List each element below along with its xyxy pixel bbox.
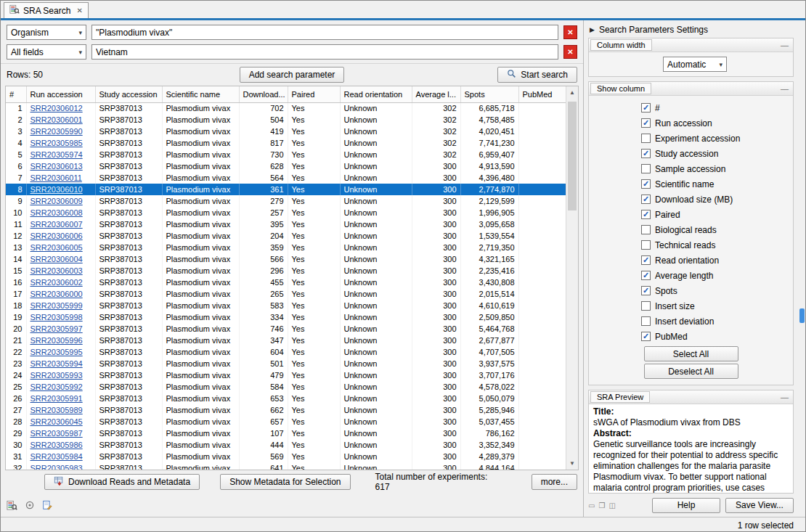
scrollbar-thumb[interactable] — [568, 102, 577, 210]
show-column-option-average-length[interactable]: ✓Average length — [589, 268, 793, 283]
run-accession-link[interactable]: SRR20305994 — [30, 359, 83, 368]
run-accession-link[interactable]: SRR20305989 — [30, 406, 83, 414]
show-column-option-paired[interactable]: ✓Paired — [589, 207, 793, 222]
run-accession-link[interactable]: SRR20305998 — [30, 313, 83, 322]
show-column-option-insert-size[interactable]: Insert size — [589, 298, 793, 314]
run-accession-link[interactable]: SRR20305987 — [30, 429, 83, 438]
column-header-pubmed[interactable]: PubMed — [518, 86, 566, 102]
run-accession-link[interactable]: SRR20306005 — [30, 243, 83, 252]
dock-side-icon[interactable]: ◫ — [608, 502, 615, 510]
show-column-option-number[interactable]: ✓# — [589, 100, 793, 115]
edit-notes-icon[interactable] — [41, 499, 53, 512]
unchecked-checkbox[interactable] — [641, 164, 651, 173]
more-button[interactable]: more... — [532, 474, 577, 490]
dock-float-icon[interactable]: ❐ — [598, 502, 605, 510]
run-accession-link[interactable]: SRR20305991 — [30, 394, 83, 403]
run-accession-link[interactable]: SRR20305983 — [30, 464, 83, 470]
tab-sra-search[interactable]: SRA Search ✕ — [4, 2, 89, 18]
column-header-study-accession[interactable]: Study accession — [95, 86, 162, 102]
checked-checkbox[interactable]: ✓ — [641, 149, 651, 158]
show-metadata-button[interactable]: Show Metadata for Selection — [220, 474, 350, 490]
scroll-up-icon[interactable]: ▲ — [566, 86, 578, 99]
table-view-icon[interactable] — [23, 499, 36, 512]
show-column-option-sample-accession[interactable]: Sample accession — [589, 161, 793, 176]
checked-checkbox[interactable]: ✓ — [641, 255, 651, 265]
run-accession-link[interactable]: SRR20305985 — [30, 139, 83, 147]
show-column-option-spots[interactable]: ✓Spots — [589, 283, 793, 298]
show-column-option-insert-deviation[interactable]: Insert deviation — [589, 314, 793, 329]
show-column-section-header[interactable]: Show column — — [589, 82, 793, 96]
table-row[interactable]: 16SRR20306002SRP387013Plasmodium vivax45… — [6, 277, 566, 288]
table-row[interactable]: 28SRR20306045SRP387013Plasmodium vivax65… — [6, 416, 566, 427]
table-row[interactable]: 18SRR20305999SRP387013Plasmodium vivax58… — [6, 300, 566, 311]
run-accession-link[interactable]: SRR20305974 — [30, 150, 83, 159]
run-accession-link[interactable]: SRR20306007 — [30, 220, 83, 229]
table-row[interactable]: 10SRR20306008SRP387013Plasmodium vivax25… — [6, 207, 566, 218]
table-row[interactable]: 4SRR20305985SRP387013Plasmodium vivax817… — [6, 137, 566, 149]
column-header-download[interactable]: Download... — [239, 86, 288, 102]
checked-checkbox[interactable]: ✓ — [641, 103, 651, 112]
table-row[interactable]: 5SRR20305974SRP387013Plasmodium vivax730… — [6, 149, 566, 160]
run-accession-link[interactable]: SRR20306003 — [30, 266, 83, 275]
table-row[interactable]: 29SRR20305987SRP387013Plasmodium vivax10… — [6, 427, 566, 439]
column-header-number[interactable]: # — [6, 86, 26, 102]
table-row[interactable]: 6SRR20306013SRP387013Plasmodium vivax628… — [6, 160, 566, 172]
run-accession-link[interactable]: SRR20306002 — [30, 278, 83, 287]
sra-search-view-icon[interactable] — [6, 499, 18, 512]
run-accession-link[interactable]: SRR20306045 — [30, 417, 83, 426]
table-row[interactable]: 9SRR20306009SRP387013Plasmodium vivax279… — [6, 195, 566, 207]
run-accession-link[interactable]: SRR20306000 — [30, 290, 83, 298]
checked-checkbox[interactable]: ✓ — [641, 195, 651, 204]
run-accession-link[interactable]: SRR20306011 — [30, 173, 82, 182]
scrollbar-track[interactable] — [566, 99, 578, 457]
checked-checkbox[interactable]: ✓ — [641, 210, 651, 219]
help-button[interactable]: Help — [652, 498, 720, 513]
table-row[interactable]: 27SRR20305989SRP387013Plasmodium vivax66… — [6, 404, 566, 416]
run-accession-link[interactable]: SRR20305999 — [30, 301, 83, 310]
table-row[interactable]: 15SRR20306003SRP387013Plasmodium vivax29… — [6, 265, 566, 277]
collapse-icon[interactable]: — — [781, 41, 789, 49]
start-search-button[interactable]: Start search — [497, 67, 577, 83]
table-row[interactable]: 26SRR20305991SRP387013Plasmodium vivax65… — [6, 393, 566, 404]
panel-scrollbar-thumb[interactable] — [799, 308, 805, 323]
checked-checkbox[interactable]: ✓ — [641, 332, 651, 341]
table-row[interactable]: 23SRR20305994SRP387013Plasmodium vivax50… — [6, 358, 566, 369]
run-accession-link[interactable]: SRR20306001 — [30, 115, 83, 124]
scroll-down-icon[interactable]: ▼ — [566, 457, 578, 470]
column-width-section-header[interactable]: Column width — — [589, 38, 793, 52]
show-column-option-download-size-mb[interactable]: ✓Download size (MB) — [589, 192, 793, 207]
table-row[interactable]: 13SRR20306005SRP387013Plasmodium vivax35… — [6, 242, 566, 253]
all-fields-query-input[interactable] — [91, 44, 558, 60]
run-accession-link[interactable]: SRR20306006 — [30, 232, 83, 240]
column-header-spots[interactable]: Spots — [460, 86, 518, 102]
show-column-option-technical-reads[interactable]: Technical reads — [589, 237, 793, 253]
run-accession-link[interactable]: SRR20305996 — [30, 336, 83, 345]
download-reads-button[interactable]: Download Reads and Metadata — [44, 474, 200, 490]
table-row[interactable]: 25SRR20305992SRP387013Plasmodium vivax58… — [6, 381, 566, 393]
table-scrollbar[interactable]: ▲ ▼ — [566, 86, 578, 470]
table-row[interactable]: 32SRR20305983SRP387013Plasmodium vivax64… — [6, 462, 566, 470]
unchecked-checkbox[interactable] — [641, 225, 651, 234]
checked-checkbox[interactable]: ✓ — [641, 179, 651, 189]
table-row[interactable]: 14SRR20306004SRP387013Plasmodium vivax56… — [6, 253, 566, 265]
sra-preview-section-header[interactable]: SRA Preview — — [589, 390, 793, 404]
table-row[interactable]: 8SRR20306010SRP387013Plasmodium vivax361… — [6, 184, 566, 195]
table-row[interactable]: 22SRR20305995SRP387013Plasmodium vivax60… — [6, 346, 566, 358]
table-row[interactable]: 17SRR20306000SRP387013Plasmodium vivax26… — [6, 288, 566, 300]
run-accession-link[interactable]: SRR20306004 — [30, 255, 83, 263]
show-column-option-pubmed[interactable]: ✓PubMed — [589, 329, 793, 344]
column-header-average-l[interactable]: Average l... — [412, 86, 460, 102]
table-row[interactable]: 31SRR20305984SRP387013Plasmodium vivax56… — [6, 451, 566, 462]
run-accession-link[interactable]: SRR20305984 — [30, 452, 83, 461]
close-icon[interactable]: ✕ — [76, 7, 82, 15]
run-accession-link[interactable]: SRR20306009 — [30, 197, 83, 205]
run-accession-link[interactable]: SRR20305990 — [30, 127, 83, 136]
show-column-option-experiment-accession[interactable]: Experiment accession — [589, 131, 793, 146]
unchecked-checkbox[interactable] — [641, 301, 651, 311]
run-accession-link[interactable]: SRR20305997 — [30, 324, 83, 333]
run-accession-link[interactable]: SRR20305986 — [30, 441, 83, 449]
dock-minimize-icon[interactable]: ▭ — [588, 502, 595, 510]
remove-parameter-button[interactable]: ✕ — [563, 45, 577, 59]
organism-query-input[interactable] — [91, 25, 558, 40]
collapse-icon[interactable]: — — [781, 393, 789, 401]
